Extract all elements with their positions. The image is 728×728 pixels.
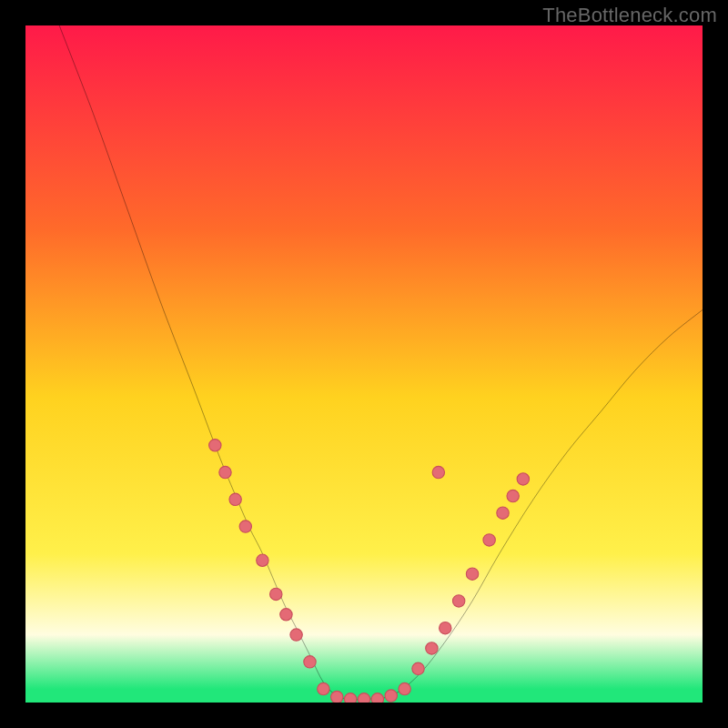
data-marker	[358, 693, 369, 703]
data-marker	[385, 690, 397, 702]
data-marker	[290, 629, 302, 641]
data-marker	[239, 521, 251, 532]
data-marker	[432, 466, 444, 478]
data-marker	[257, 554, 268, 566]
chart-stage: TheBottleneck.com	[0, 0, 728, 728]
data-marker	[517, 473, 529, 485]
data-marker	[304, 656, 316, 668]
watermark-label: TheBottleneck.com	[542, 4, 717, 27]
data-marker	[483, 534, 495, 546]
data-marker	[507, 490, 519, 501]
data-marker	[412, 662, 424, 674]
data-marker	[270, 588, 282, 600]
data-marker	[426, 642, 438, 654]
data-marker	[466, 568, 478, 580]
data-marker	[399, 682, 410, 694]
data-marker	[497, 507, 509, 519]
data-marker	[280, 609, 292, 621]
data-marker	[371, 693, 383, 703]
data-marker	[452, 595, 464, 607]
gradient-background	[25, 25, 703, 703]
data-marker	[331, 691, 343, 703]
data-marker	[219, 466, 231, 478]
data-marker	[440, 622, 451, 633]
data-marker	[344, 693, 356, 703]
data-marker	[318, 682, 329, 694]
bottleneck-chart	[25, 25, 703, 703]
data-marker	[209, 440, 221, 451]
data-marker	[229, 493, 241, 505]
